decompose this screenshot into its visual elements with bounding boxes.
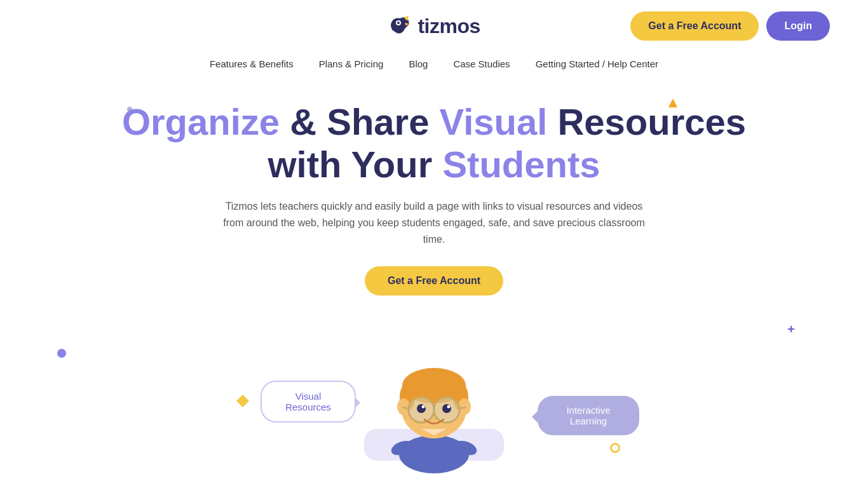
main-nav: Features & Benefits Plans & Pricing Blog… <box>0 52 868 82</box>
header-right: Get a Free Account Login <box>630 11 830 41</box>
logo-area: tizmos <box>236 12 631 40</box>
svg-point-1 <box>397 22 400 24</box>
hero-title-share: & Share <box>290 101 439 142</box>
character-illustration <box>370 334 498 473</box>
header: tizmos Get a Free Account Login <box>0 0 868 52</box>
get-free-account-button[interactable]: Get a Free Account <box>630 11 759 41</box>
interactive-learning-bubble: InteractiveLearning <box>538 396 639 435</box>
hero-title-with: with Your <box>268 144 442 185</box>
hero-free-account-button[interactable]: Get a Free Account <box>365 266 503 295</box>
visual-resources-text: VisualResources <box>285 391 331 412</box>
hero-title-students: Students <box>442 144 600 185</box>
nav-item-case-studies[interactable]: Case Studies <box>453 58 510 69</box>
logo-text: tizmos <box>417 15 480 38</box>
hero-title-resources: Resources <box>557 101 746 142</box>
svg-point-19 <box>417 404 426 413</box>
svg-point-20 <box>442 404 451 413</box>
svg-point-21 <box>422 405 425 409</box>
svg-point-22 <box>447 405 451 409</box>
login-button[interactable]: Login <box>766 11 830 41</box>
hero-title-visual: Visual <box>440 101 548 142</box>
hero-subtitle: Tizmos lets teachers quickly and easily … <box>212 198 656 247</box>
interactive-learning-text: InteractiveLearning <box>566 405 610 426</box>
svg-point-3 <box>399 435 469 473</box>
hero-title: Organize & Share Visual Resources with Y… <box>38 101 830 186</box>
nav-item-features[interactable]: Features & Benefits <box>210 58 294 69</box>
illustration-area: VisualResources <box>38 327 830 473</box>
nav-item-blog[interactable]: Blog <box>409 58 428 69</box>
hero-section: + Organize & Share Visual Resources with… <box>0 82 868 473</box>
hero-title-organize: Organize <box>122 101 280 142</box>
nav-item-plans[interactable]: Plans & Pricing <box>319 58 384 69</box>
logo-bird-icon <box>386 12 414 40</box>
nav-item-help[interactable]: Getting Started / Help Center <box>536 58 658 69</box>
visual-resources-bubble: VisualResources <box>261 381 356 423</box>
